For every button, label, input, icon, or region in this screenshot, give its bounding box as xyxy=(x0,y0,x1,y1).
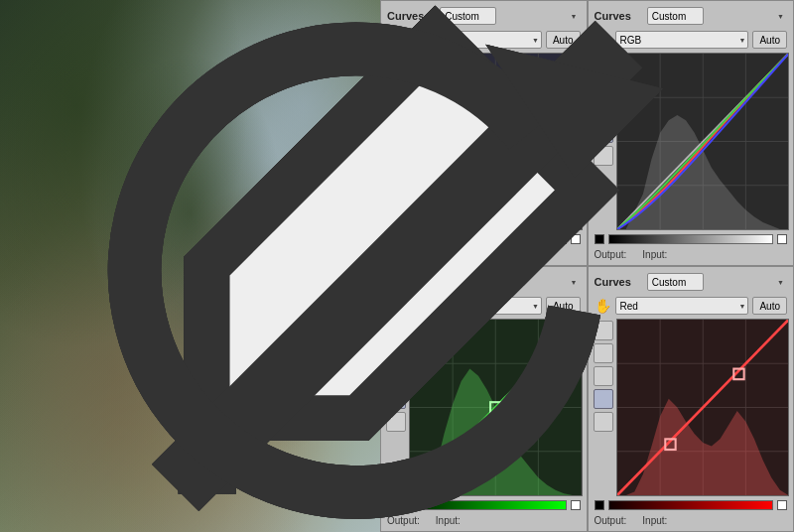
tools-graph-red xyxy=(593,319,790,496)
graph-area-red[interactable] xyxy=(616,319,790,496)
curves-panel-red: Curves Custom ✋ Red RGB Green Blue Auto xyxy=(588,266,795,532)
curves-panels-grid: Curves Custom ✋ Blue RGB Red Green Auto xyxy=(380,0,794,532)
reset-tool-red[interactable] xyxy=(594,412,613,432)
graph-canvas-red xyxy=(617,320,789,495)
tool-sidebar-red xyxy=(593,319,614,496)
